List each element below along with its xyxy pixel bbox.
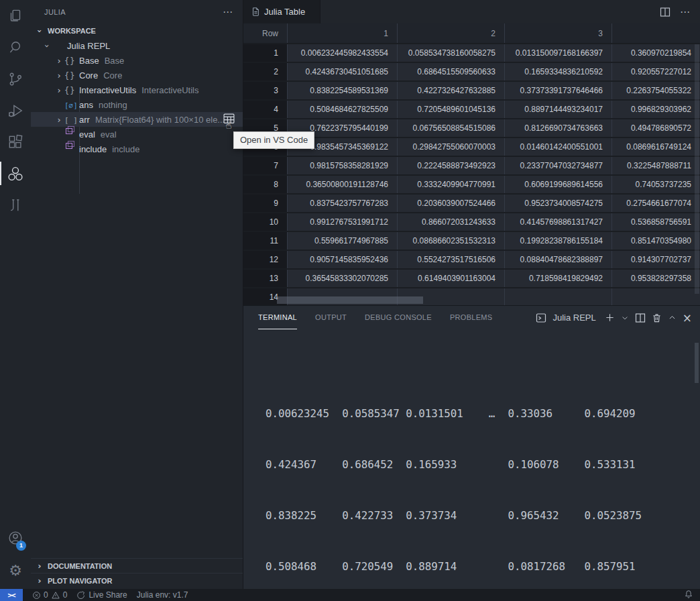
table-cell: 0.6069199689614556: [504, 176, 611, 193]
warnings-icon: [51, 591, 60, 600]
panel-tab[interactable]: DEBUG CONSOLE: [365, 306, 432, 329]
table-cell: 0.360970219854: [611, 44, 700, 62]
tree-item-detail: eval: [101, 129, 117, 140]
table-cell: 0.1659334836210592: [504, 63, 611, 80]
table-row: 12 0.9057145835952436 0.5524273517516506…: [243, 251, 700, 268]
panel-header: TERMINAL OUTPUT DEBUG CONSOLE PROBLEMS J…: [243, 306, 700, 329]
tree-chevron-icon[interactable]: ›: [54, 115, 64, 125]
terminal-dropdown-chevron-icon[interactable]: [621, 314, 629, 322]
table-header-col1: 1: [287, 23, 397, 43]
terminal-line: 0.5084680.7205490.8897140.08172680.85795…: [266, 560, 700, 573]
terminal-selector[interactable]: Julia REPL: [552, 313, 595, 323]
row-number-cell: 7: [243, 157, 287, 174]
sidebar-section-header[interactable]: › PLOT NAVIGATOR: [31, 573, 243, 588]
panel-tab[interactable]: OUTPUT: [315, 306, 347, 329]
editor-area: Julia Table ⋯ Row 1 2 3 1 0.0062324459: [243, 0, 700, 305]
julia-env-status[interactable]: Julia env: v1.7: [137, 590, 188, 600]
table-cell: [611, 288, 700, 305]
table-cell: 0.914307702737: [611, 251, 700, 268]
vertical-scrollbar[interactable]: [695, 44, 699, 294]
table-cell: 0.37373391737646466: [504, 82, 611, 99]
tree-item[interactable]: › eval eval: [31, 127, 243, 142]
table-row: 9 0.8375423757767283 0.2036039007524466 …: [243, 195, 700, 212]
split-terminal-icon[interactable]: [635, 313, 646, 323]
table-cell: 0.41457698861317427: [504, 213, 611, 231]
sidebar-more-actions-icon[interactable]: ⋯: [223, 6, 233, 18]
table-cell: 0.36500800191128746: [287, 176, 397, 193]
tree-item[interactable]: › arr Matrix{Float64} with 100×10 ele...: [31, 112, 243, 127]
table-cell: 0.06756508854515086: [397, 119, 504, 137]
tooltip: Open in VS Code: [233, 131, 314, 149]
remote-indicator[interactable]: ><: [0, 589, 23, 601]
tab-julia-table[interactable]: Julia Table: [243, 0, 320, 23]
kill-terminal-trash-icon[interactable]: [652, 313, 662, 323]
table-cell: 0.3225487888711: [611, 157, 700, 174]
table-cell: 0.8897144493234017: [504, 101, 611, 118]
notifications-bell-icon[interactable]: [684, 590, 693, 601]
tree-item[interactable]: › include include: [31, 142, 243, 156]
tree-item[interactable]: › Core Core: [31, 68, 243, 83]
file-icon: [251, 7, 260, 17]
panel-tab[interactable]: TERMINAL: [258, 306, 297, 329]
table-cell: 0.9523734008574275: [504, 195, 611, 212]
explorer-icon[interactable]: [0, 0, 31, 32]
new-terminal-icon[interactable]: [605, 313, 615, 323]
tree-item[interactable]: › InteractiveUtils InteractiveUtils: [31, 83, 243, 97]
terminal-scrollbar[interactable]: [695, 343, 699, 383]
extensions-icon[interactable]: [0, 126, 31, 158]
table-cell: [504, 288, 611, 305]
row-number-cell: 9: [243, 195, 287, 212]
row-number-cell: 10: [243, 213, 287, 231]
close-panel-icon[interactable]: ×: [683, 311, 692, 325]
tree-item[interactable]: › Julia REPL: [31, 38, 243, 53]
tree-chevron-icon[interactable]: ›: [42, 40, 52, 51]
live-share-status[interactable]: Live Share: [76, 590, 127, 600]
tree-symbol-icon: [64, 100, 79, 110]
panel-tab[interactable]: PROBLEMS: [450, 306, 493, 329]
terminal-type-icon: [536, 313, 546, 323]
table-cell: 0.2263754055322: [611, 82, 700, 99]
workspace-label: WORKSPACE: [48, 27, 96, 35]
tree-chevron-icon[interactable]: ›: [54, 56, 64, 66]
workspace-section-header[interactable]: › WORKSPACE: [31, 23, 243, 38]
row-number-cell: 4: [243, 101, 287, 118]
julia-profiler-icon[interactable]: [0, 189, 31, 221]
table-cell: 0.9815758358281929: [287, 157, 397, 174]
editor-tab-bar: Julia Table ⋯: [243, 0, 700, 23]
table-cell: 0.6864515509560633: [397, 63, 504, 80]
settings-gear-icon[interactable]: ⚙: [0, 554, 31, 586]
table-cell: 0.996829303962: [611, 101, 700, 118]
problems-status[interactable]: 0 0: [32, 590, 67, 600]
table-cell: 0.718598419829492: [504, 270, 611, 287]
table-header-col4: [611, 23, 700, 43]
tree-item-label: arr: [79, 115, 90, 125]
maximize-panel-chevron-icon[interactable]: [668, 313, 677, 322]
tree-symbol-icon: [64, 56, 79, 66]
tree-item[interactable]: › Base Base: [31, 53, 243, 68]
table-cell: 0.058534738160058275: [397, 44, 504, 62]
terminal-content[interactable]: 0.006232450.05853470.0131501…0.330360.69…: [243, 329, 700, 589]
table-row: 10 0.9912767531991712 0.866072031243633 …: [243, 213, 700, 231]
table-cell: 0.0869616749124: [611, 138, 700, 156]
table-body: 1 0.006232445982433554 0.058534738160058…: [243, 44, 700, 305]
accounts-icon[interactable]: 1: [0, 522, 31, 554]
tree-item[interactable]: › ans nothing: [31, 97, 243, 112]
search-icon[interactable]: [0, 32, 31, 63]
run-debug-icon[interactable]: [0, 95, 31, 126]
row-number-cell: 2: [243, 63, 287, 80]
tree-chevron-icon[interactable]: ›: [54, 70, 64, 80]
terminal-line: 0.8382250.4227330.3737340.9654320.052387…: [266, 509, 700, 522]
tree-chevron-icon[interactable]: ›: [54, 85, 64, 95]
source-control-icon[interactable]: [0, 63, 31, 95]
julia-workspace-icon[interactable]: [0, 158, 31, 189]
split-editor-icon[interactable]: [660, 7, 670, 17]
table-cell: 0.494786890572: [611, 119, 700, 137]
table-cell: 0.920557227012: [611, 63, 700, 80]
table-cell: 0.5524273517516506: [397, 251, 504, 268]
activity-bar: 1 ⚙: [0, 0, 31, 589]
sidebar-section-header[interactable]: › DOCUMENTATION: [31, 558, 243, 573]
table-cell: 0.953828297358: [611, 270, 700, 287]
editor-more-actions-icon[interactable]: ⋯: [680, 6, 691, 18]
horizontal-scrollbar[interactable]: [277, 296, 423, 304]
tree-item-detail: Base: [105, 56, 125, 66]
